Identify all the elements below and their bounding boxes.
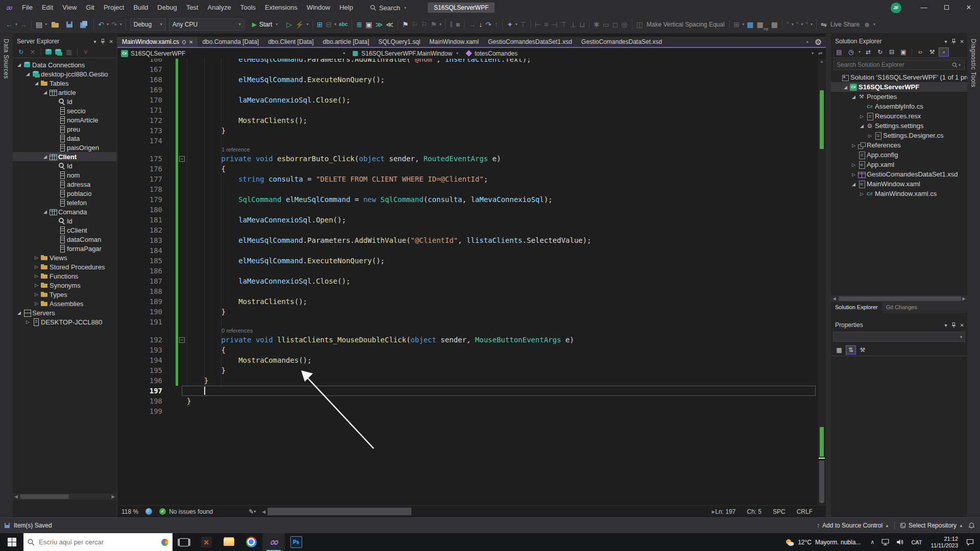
stop-debugging-button[interactable]: ■: [454, 18, 461, 31]
server-tree-item-seccio[interactable]: seccio: [13, 106, 116, 115]
solution-platforms-combo[interactable]: Any CPU▾: [169, 18, 244, 31]
zoom-level[interactable]: 118 %: [121, 508, 138, 515]
scroll-right-icon[interactable]: ▶: [110, 494, 116, 499]
solution-tree-item-app-config[interactable]: App.config: [831, 150, 967, 160]
editor-hscrollbar[interactable]: [267, 506, 703, 517]
close-panel-icon[interactable]: ✕: [109, 39, 113, 44]
expand-arrow-icon[interactable]: ◢: [15, 62, 23, 67]
window-position-icon[interactable]: ▾: [945, 322, 947, 328]
data-sources-tab[interactable]: Data Sources: [3, 34, 10, 79]
scroll-right-icon[interactable]: ▶: [961, 296, 967, 301]
window-position-icon[interactable]: ▾: [945, 39, 947, 44]
filter-icon[interactable]: ⑂: [81, 47, 91, 57]
server-tree-item-client[interactable]: ◢Client: [13, 152, 116, 161]
performance-profiler-button[interactable]: ⚡: [293, 18, 305, 31]
code-editor[interactable]: 166 elMeuSqlCommand.Parameters.AddWithVa…: [117, 59, 818, 505]
sync-with-active-document-icon[interactable]: ⇄: [863, 47, 873, 57]
split-view-icon[interactable]: ⇌: [817, 51, 824, 56]
server-tree-item-data-connections[interactable]: ◢Data Connections: [13, 60, 116, 69]
server-tree-item-types[interactable]: ▷Types: [13, 290, 116, 299]
server-tree-item-telefon[interactable]: telefon: [13, 198, 116, 207]
keyboard-layout[interactable]: CAT: [907, 539, 926, 545]
break-all-button[interactable]: ‖: [448, 18, 454, 31]
menu-debug[interactable]: Debug: [153, 4, 181, 11]
select-repository-button[interactable]: Select Repository ▲: [900, 522, 963, 529]
indent-button[interactable]: ≫: [374, 18, 384, 31]
expand-arrow-icon[interactable]: ◢: [858, 123, 866, 129]
server-tree-item-functions[interactable]: ▷Functions: [13, 271, 116, 281]
table-grid-button[interactable]: ▦: [770, 18, 779, 31]
prev-bookmark-button[interactable]: ⚐: [410, 18, 420, 31]
scroll-left-icon[interactable]: ◀: [13, 494, 19, 499]
step-out-button[interactable]: ↑: [493, 18, 500, 31]
expand-arrow-icon[interactable]: ◢: [850, 94, 857, 99]
fold-toggle[interactable]: −: [179, 156, 185, 162]
diagnostic-tools-tab[interactable]: Diagnostic Tools: [970, 34, 977, 87]
server-tree-item-id[interactable]: Id: [13, 216, 116, 226]
align-middles-button[interactable]: ⊥: [569, 18, 578, 31]
show-next-statement-button[interactable]: →: [467, 18, 477, 31]
expand-arrow-icon[interactable]: ▷: [850, 172, 857, 177]
menu-tools[interactable]: Tools: [236, 4, 260, 11]
menu-extensions[interactable]: Extensions: [260, 4, 302, 11]
menu-window[interactable]: Window: [302, 4, 335, 11]
eol-indicator[interactable]: CRLF: [797, 508, 813, 515]
codelens-indicator[interactable]: 0 references: [117, 327, 818, 335]
properties-icon[interactable]: ⚒: [927, 47, 937, 57]
view-code-icon[interactable]: ‹›: [915, 47, 925, 57]
solution-tree-item-mainwindow-xaml-cs[interactable]: ▷C#MainWindow.xaml.cs: [831, 189, 967, 198]
pin-icon[interactable]: [951, 322, 956, 328]
pin-icon[interactable]: [101, 39, 105, 44]
tab-sqlquery1-sql[interactable]: SQLQuery1.sql: [374, 37, 425, 47]
menu-analyze[interactable]: Analyze: [203, 4, 235, 11]
server-tree-item-id[interactable]: Id: [13, 97, 116, 106]
user-avatar[interactable]: JF: [891, 3, 901, 13]
add-item-icon[interactable]: ▥: [64, 47, 74, 57]
copy-item-button[interactable]: ▣: [364, 18, 374, 31]
expand-arrow-icon[interactable]: ▷: [866, 133, 874, 138]
close-tab-icon[interactable]: ✕: [189, 39, 193, 45]
solution-tree-item-resources-resx[interactable]: ▷Resources.resx: [831, 111, 967, 121]
server-tree-item-synonyms[interactable]: ▷Synonyms: [13, 281, 116, 290]
add-to-source-control-button[interactable]: ↑ Add to Source Control ▲: [817, 522, 889, 529]
tab-gestiocomandesdataset1-xsd[interactable]: GestioComandesDataSet1.xsd: [483, 37, 577, 47]
open-file-button[interactable]: [48, 18, 62, 31]
taskbar-app-file-explorer[interactable]: [217, 533, 240, 551]
chevron-down-icon[interactable]: ▾: [958, 63, 962, 67]
make-same-size-button[interactable]: ◻: [611, 18, 620, 31]
add-collaborator-button[interactable]: ☻: [862, 18, 872, 31]
make-vertical-spacing-equal-button[interactable]: ◫: [635, 18, 645, 31]
expand-arrow-icon[interactable]: ▷: [33, 301, 40, 306]
make-same-height-button[interactable]: ▭: [601, 18, 611, 31]
server-tree-item-adressa[interactable]: adressa: [13, 180, 116, 189]
volume-icon[interactable]: [893, 539, 907, 545]
breadcrumb-class[interactable]: S16SQLServerWPF.MainWindow▾: [348, 49, 461, 58]
test-tool-button[interactable]: ✦: [505, 18, 514, 31]
window-position-icon[interactable]: ▾: [94, 39, 96, 44]
breadcrumb-project[interactable]: C#S16SQLServerWPF▾: [117, 49, 348, 58]
action-center-icon[interactable]: [963, 539, 980, 546]
server-tree-item-servers[interactable]: ◢Servers: [13, 308, 116, 317]
solution-tree-item-app-xaml[interactable]: ▷App.xaml: [831, 160, 967, 169]
image-tool-button[interactable]: ▦: [745, 18, 755, 31]
undo-button[interactable]: ↶: [96, 18, 106, 31]
quote-tool-1-button[interactable]: “: [785, 18, 791, 31]
expand-arrow-icon[interactable]: ◢: [33, 81, 40, 86]
server-tree-item-formapagar[interactable]: formaPagar: [13, 244, 116, 253]
expand-arrow-icon[interactable]: ◢: [15, 310, 23, 315]
scroll-left-icon[interactable]: ◀: [831, 296, 838, 301]
spell-check-button[interactable]: abc: [337, 18, 349, 31]
align-bottoms-button[interactable]: ⊔: [578, 18, 586, 31]
scroll-up-icon[interactable]: ▲: [818, 59, 826, 64]
size-to-grid-button[interactable]: ◎: [620, 18, 629, 31]
collapse-all-icon[interactable]: ⊟: [887, 47, 897, 57]
expand-arrow-icon[interactable]: ▷: [858, 114, 866, 119]
menu-help[interactable]: Help: [335, 4, 358, 11]
menu-git[interactable]: Git: [81, 4, 99, 11]
server-tree-item-tables[interactable]: ◢Tables: [13, 79, 116, 88]
solution-tree-item-assemblyinfo-cs[interactable]: C#AssemblyInfo.cs: [831, 102, 967, 111]
start-without-debugging-button[interactable]: ▷: [285, 18, 293, 31]
next-bookmark-button[interactable]: ⚐: [420, 18, 429, 31]
quote-tool-2-button[interactable]: “: [795, 18, 800, 31]
expand-arrow-icon[interactable]: ▷: [33, 255, 40, 260]
